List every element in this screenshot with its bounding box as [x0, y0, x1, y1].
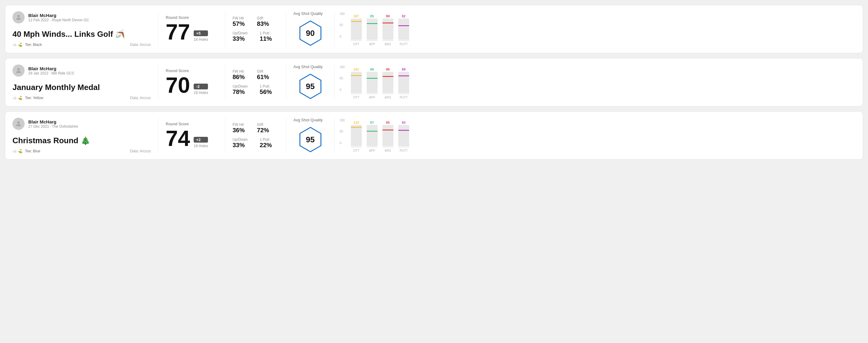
score-row: 70-218 Holes — [166, 74, 218, 96]
stats-section: FW Hit36%GIR72%Up/Down33%1 Putt22% — [225, 118, 286, 153]
tee-icons: ☁️ ⛳ — [12, 42, 23, 47]
stat-value-up-down: 33% — [232, 35, 247, 42]
stats-row: Up/Down78%1 Putt56% — [232, 84, 278, 95]
bar-bg — [367, 125, 378, 146]
bar-group: 86APP — [367, 67, 378, 99]
bar-value: 110 — [353, 121, 359, 124]
stats-section: FW Hit57%GIR83%Up/Down33%1 Putt11% — [225, 11, 286, 47]
hexagon-container: 95 — [297, 126, 324, 153]
score-number: 77 — [166, 21, 190, 43]
tee-info: ☁️ ⛳Tee: BlackData: Arccos — [12, 42, 151, 47]
bar-marker — [398, 75, 409, 76]
stat-value-gir: 61% — [257, 73, 269, 81]
bar-group: 99PUTT — [398, 67, 409, 99]
chart-baseline — [351, 94, 362, 94]
stat-value-one-putt: 11% — [260, 35, 272, 42]
chart-baseline — [382, 94, 394, 94]
bar-value: 82 — [402, 14, 406, 18]
stats-row: FW Hit86%GIR61% — [232, 69, 278, 81]
bar-label: APP — [369, 96, 375, 99]
bar-group: 98ARG — [382, 14, 394, 46]
data-source: Data: Arccos — [130, 96, 151, 100]
bar-value: 87 — [370, 121, 374, 124]
stats-section: FW Hit86%GIR61%Up/Down78%1 Putt56% — [225, 64, 286, 100]
bar-label: PUTT — [400, 96, 408, 99]
avatar — [12, 118, 25, 130]
bar-label: APP — [369, 42, 375, 46]
stat-fw-hit: FW Hit86% — [232, 69, 245, 81]
stat-label-up-down: Up/Down — [232, 84, 247, 89]
round-score-label: Round Score — [166, 122, 218, 126]
chart-baseline — [367, 147, 378, 147]
bar-bg — [398, 19, 409, 40]
chart-y-label: 100 — [340, 119, 345, 122]
bar-group: 95ARG — [382, 121, 394, 152]
score-number: 70 — [166, 74, 190, 96]
avatar — [12, 11, 25, 23]
quality-label: Avg Shot Quality — [293, 118, 323, 122]
bar-label: ARG — [384, 96, 391, 99]
player-name: Blair McHarg — [28, 119, 78, 124]
bar-wrapper — [351, 125, 362, 146]
chart-section: 100500107OTT95APP98ARG82PUTT — [335, 11, 856, 47]
data-source: Data: Arccos — [130, 149, 151, 153]
bar-marker — [382, 76, 394, 77]
holes-label: 18 Holes — [194, 144, 208, 148]
bar-wrapper — [398, 125, 409, 146]
chart-baseline — [382, 147, 394, 147]
stat-one-putt: 1 Putt22% — [260, 137, 272, 149]
bar-bg — [398, 72, 409, 93]
chart-y-label: 100 — [340, 66, 345, 69]
round-title[interactable]: January Monthly Medal — [12, 83, 151, 92]
chart-baseline — [398, 40, 409, 41]
tee-label: Tee: Blue — [25, 149, 40, 153]
stat-one-putt: 1 Putt56% — [260, 84, 272, 95]
bar-wrapper — [398, 19, 409, 40]
bar-wrapper — [398, 72, 409, 93]
hexagon-score: 90 — [306, 29, 315, 38]
bar-group: 93PUTT — [398, 121, 409, 152]
stat-up-down: Up/Down33% — [232, 31, 247, 42]
bar-group: 95APP — [367, 14, 378, 46]
stat-label-fw-hit: FW Hit — [232, 16, 245, 20]
bar-wrapper — [382, 125, 394, 146]
bar-wrapper — [367, 19, 378, 40]
bar-group: 96ARG — [382, 67, 394, 99]
player-name: Blair McHarg — [28, 66, 74, 71]
bar-wrapper — [351, 72, 362, 93]
bar-chart: 100500110OTT87APP95ARG93PUTT — [340, 119, 851, 152]
stat-fw-hit: FW Hit57% — [232, 16, 245, 27]
bar-bg — [367, 19, 378, 40]
chart-y-label: 50 — [340, 130, 345, 133]
round-title[interactable]: Christmas Round 🎄 — [12, 136, 151, 145]
bar-marker — [367, 131, 378, 132]
round-card: Blair McHarg27 Dec 2021 · The Oxfordshir… — [5, 111, 863, 160]
chart-section: 100500110OTT87APP95ARG93PUTT — [335, 118, 856, 153]
bar-label: OTT — [353, 149, 359, 152]
player-info: Blair McHarg27 Dec 2021 · The Oxfordshir… — [28, 119, 78, 129]
score-section: Round Score70-218 Holes — [158, 64, 225, 100]
chart-baseline — [367, 40, 378, 41]
player-info: Blair McHarg29 Jan 2022 · Mill Ride GCC — [28, 66, 74, 75]
stat-gir: GIR61% — [257, 69, 269, 81]
bar-value: 95 — [386, 121, 390, 124]
stat-label-gir: GIR — [257, 16, 269, 20]
stat-value-fw-hit: 36% — [232, 127, 245, 134]
score-badge-col: +518 Holes — [194, 30, 208, 43]
player-name: Blair McHarg — [28, 13, 89, 18]
bar-marker — [351, 75, 362, 76]
player-date: 27 Dec 2021 · The Oxfordshire — [28, 124, 78, 129]
round-title[interactable]: 40 Mph Winds... Links Golf 🪃 — [12, 30, 151, 39]
hexagon-container: 90 — [297, 20, 324, 47]
bar-value: 96 — [386, 67, 390, 71]
player-header: Blair McHarg27 Dec 2021 · The Oxfordshir… — [12, 118, 151, 130]
bar-value: 99 — [402, 67, 406, 71]
bar-value: 86 — [370, 67, 374, 71]
bar-bg — [382, 19, 394, 40]
stat-label-gir: GIR — [257, 69, 269, 73]
bar-label: PUTT — [400, 149, 408, 152]
tee-info: ☁️ ⛳Tee: BlueData: Arccos — [12, 149, 151, 153]
hexagon-score: 95 — [306, 82, 315, 91]
avatar — [12, 64, 25, 76]
chart-y-label: 0 — [340, 35, 345, 38]
